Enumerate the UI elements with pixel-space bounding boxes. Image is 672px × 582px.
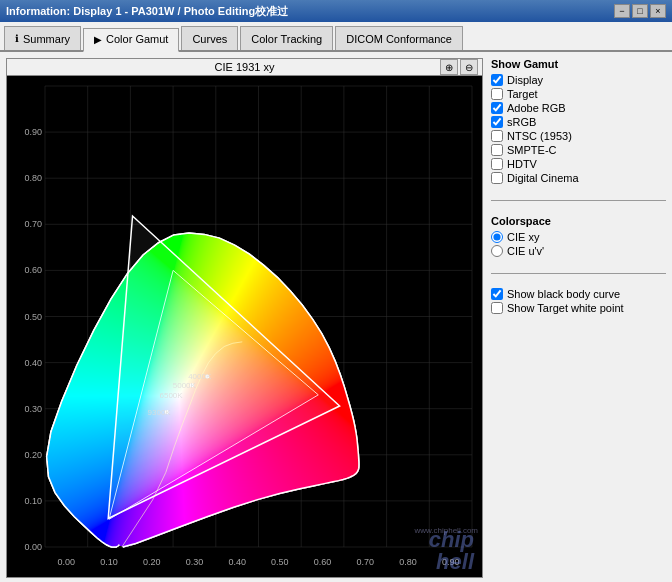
extra-checkboxes-section: Show black body curve Show Target white … <box>491 288 666 316</box>
radio-cie-uv: CIE u'v' <box>491 245 666 257</box>
adobe-rgb-checkbox[interactable] <box>491 102 503 114</box>
color-gamut-icon: ▶ <box>94 34 102 45</box>
checkbox-adobe-rgb: Adobe RGB <box>491 102 666 114</box>
window-title: Information: Display 1 - PA301W / Photo … <box>6 4 288 19</box>
checkbox-digital-cinema: Digital Cinema <box>491 172 666 184</box>
title-bar: Information: Display 1 - PA301W / Photo … <box>0 0 672 22</box>
checkbox-hdtv: HDTV <box>491 158 666 170</box>
checkbox-smpte-c: SMPTE-C <box>491 144 666 156</box>
zoom-buttons: ⊕ ⊖ <box>440 59 478 75</box>
display-checkbox[interactable] <box>491 74 503 86</box>
target-checkbox[interactable] <box>491 88 503 100</box>
zoom-out-button[interactable]: ⊖ <box>460 59 478 75</box>
tab-curves[interactable]: Curves <box>181 26 238 50</box>
black-body-checkbox[interactable] <box>491 288 503 300</box>
main-content: CIE 1931 xy ⊕ ⊖ Show Gamut Display Targe… <box>0 52 672 582</box>
smpte-c-checkbox[interactable] <box>491 144 503 156</box>
checkbox-target: Target <box>491 88 666 100</box>
checkbox-srgb: sRGB <box>491 116 666 128</box>
adobe-rgb-label: Adobe RGB <box>507 102 566 114</box>
tab-dicom[interactable]: DICOM Conformance <box>335 26 463 50</box>
hdtv-checkbox[interactable] <box>491 158 503 170</box>
target-white-label: Show Target white point <box>507 302 624 314</box>
show-gamut-section: Show Gamut Display Target Adobe RGB sRGB… <box>491 58 666 186</box>
srgb-label: sRGB <box>507 116 536 128</box>
divider-1 <box>491 200 666 201</box>
checkbox-target-white: Show Target white point <box>491 302 666 314</box>
hdtv-label: HDTV <box>507 158 537 170</box>
checkbox-display: Display <box>491 74 666 86</box>
right-panel: Show Gamut Display Target Adobe RGB sRGB… <box>491 58 666 578</box>
colorspace-section: Colorspace CIE xy CIE u'v' <box>491 215 666 259</box>
digital-cinema-checkbox[interactable] <box>491 172 503 184</box>
checkbox-ntsc: NTSC (1953) <box>491 130 666 142</box>
tab-color-tracking[interactable]: Color Tracking <box>240 26 333 50</box>
cie-xy-radio[interactable] <box>491 231 503 243</box>
tab-bar: ℹ Summary ▶ Color Gamut Curves Color Tra… <box>0 22 672 52</box>
tab-dicom-label: DICOM Conformance <box>346 33 452 45</box>
ntsc-label: NTSC (1953) <box>507 130 572 142</box>
cie-xy-label: CIE xy <box>507 231 539 243</box>
cie-uv-radio[interactable] <box>491 245 503 257</box>
divider-2 <box>491 273 666 274</box>
tab-summary-label: Summary <box>23 33 70 45</box>
tab-summary[interactable]: ℹ Summary <box>4 26 81 50</box>
show-gamut-title: Show Gamut <box>491 58 666 70</box>
display-label: Display <box>507 74 543 86</box>
title-bar-buttons: − □ × <box>614 4 666 18</box>
chart-area: CIE 1931 xy ⊕ ⊖ <box>6 58 483 578</box>
tab-color-gamut-label: Color Gamut <box>106 33 168 45</box>
maximize-button[interactable]: □ <box>632 4 648 18</box>
ntsc-checkbox[interactable] <box>491 130 503 142</box>
close-button[interactable]: × <box>650 4 666 18</box>
colorspace-title: Colorspace <box>491 215 666 227</box>
tab-color-gamut[interactable]: ▶ Color Gamut <box>83 28 179 52</box>
digital-cinema-label: Digital Cinema <box>507 172 579 184</box>
smpte-c-label: SMPTE-C <box>507 144 557 156</box>
checkbox-black-body: Show black body curve <box>491 288 666 300</box>
chart-title-bar: CIE 1931 xy ⊕ ⊖ <box>7 59 482 76</box>
tab-curves-label: Curves <box>192 33 227 45</box>
chart-container <box>7 76 482 577</box>
srgb-checkbox[interactable] <box>491 116 503 128</box>
cie-uv-label: CIE u'v' <box>507 245 544 257</box>
summary-icon: ℹ <box>15 33 19 44</box>
target-white-checkbox[interactable] <box>491 302 503 314</box>
chart-title-text: CIE 1931 xy <box>215 61 275 73</box>
target-label: Target <box>507 88 538 100</box>
radio-cie-xy: CIE xy <box>491 231 666 243</box>
black-body-label: Show black body curve <box>507 288 620 300</box>
minimize-button[interactable]: − <box>614 4 630 18</box>
zoom-in-button[interactable]: ⊕ <box>440 59 458 75</box>
cie-chart-canvas <box>7 76 482 577</box>
tab-color-tracking-label: Color Tracking <box>251 33 322 45</box>
